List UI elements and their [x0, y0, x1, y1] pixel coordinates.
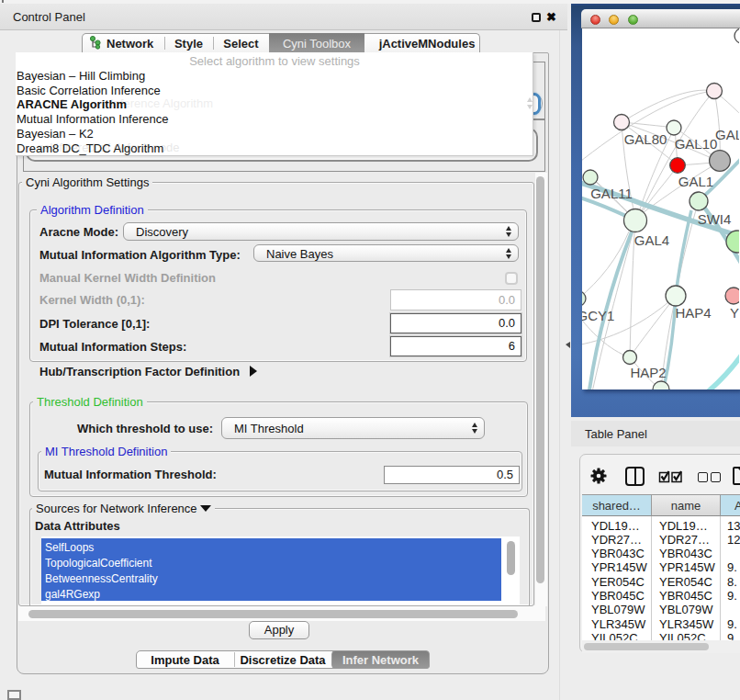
svg-text:GCY1: GCY1 [582, 308, 614, 323]
svg-text:GAL4: GAL4 [634, 232, 669, 248]
svg-text:GAL11: GAL11 [590, 186, 633, 201]
svg-text:GAL80: GAL80 [624, 131, 667, 147]
svg-text:HAP4: HAP4 [675, 305, 711, 321]
svg-text:GAL1: GAL1 [678, 174, 713, 189]
svg-text:GAL10: GAL10 [675, 136, 718, 152]
svg-text:GAL: GAL [715, 127, 739, 142]
svg-text:Y: Y [730, 305, 739, 321]
svg-text:HAP2: HAP2 [630, 365, 666, 380]
svg-text:SWI4: SWI4 [698, 211, 732, 227]
